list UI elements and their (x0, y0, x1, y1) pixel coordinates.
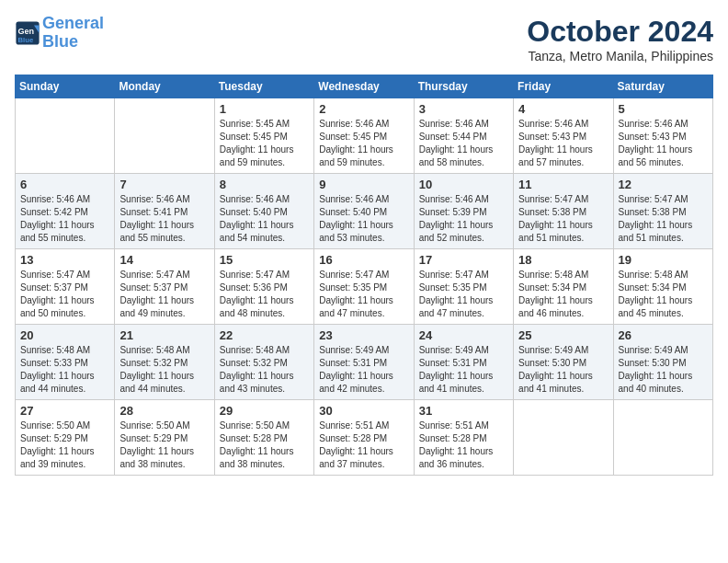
day-info: Sunrise: 5:47 AM Sunset: 5:37 PM Dayligh… (119, 269, 209, 320)
day-info: Sunrise: 5:50 AM Sunset: 5:29 PM Dayligh… (20, 419, 109, 471)
day-cell: 6Sunrise: 5:46 AM Sunset: 5:42 PM Daylig… (16, 174, 115, 249)
day-info: Sunrise: 5:46 AM Sunset: 5:41 PM Dayligh… (119, 193, 209, 245)
day-info: Sunrise: 5:48 AM Sunset: 5:34 PM Dayligh… (619, 269, 708, 320)
day-number: 6 (20, 178, 109, 191)
svg-text:Gen: Gen (18, 27, 35, 36)
logo: Gen Blue General Blue (15, 15, 104, 52)
week-row-2: 6Sunrise: 5:46 AM Sunset: 5:42 PM Daylig… (16, 174, 713, 249)
day-cell: 12Sunrise: 5:47 AM Sunset: 5:38 PM Dayli… (613, 174, 712, 249)
day-cell: 1Sunrise: 5:45 AM Sunset: 5:45 PM Daylig… (214, 98, 313, 174)
day-cell: 15Sunrise: 5:47 AM Sunset: 5:36 PM Dayli… (214, 249, 313, 325)
day-number: 1 (220, 102, 309, 116)
day-cell: 25Sunrise: 5:49 AM Sunset: 5:30 PM Dayli… (514, 325, 613, 400)
month-title: October 2024 (527, 15, 713, 49)
day-cell: 8Sunrise: 5:46 AM Sunset: 5:40 PM Daylig… (214, 174, 313, 249)
logo-line2: Blue (42, 32, 78, 51)
header-saturday: Saturday (613, 75, 712, 98)
day-number: 21 (119, 328, 209, 342)
day-info: Sunrise: 5:48 AM Sunset: 5:33 PM Dayligh… (20, 344, 109, 396)
day-cell: 7Sunrise: 5:46 AM Sunset: 5:41 PM Daylig… (115, 174, 214, 249)
day-cell: 20Sunrise: 5:48 AM Sunset: 5:33 PM Dayli… (16, 325, 115, 400)
header-wednesday: Wednesday (314, 75, 414, 98)
day-number: 26 (619, 328, 708, 342)
day-number: 17 (419, 253, 508, 267)
day-info: Sunrise: 5:47 AM Sunset: 5:38 PM Dayligh… (518, 193, 608, 245)
day-cell: 18Sunrise: 5:48 AM Sunset: 5:34 PM Dayli… (514, 249, 613, 325)
day-info: Sunrise: 5:46 AM Sunset: 5:43 PM Dayligh… (518, 118, 608, 169)
header-friday: Friday (514, 75, 613, 98)
day-info: Sunrise: 5:47 AM Sunset: 5:37 PM Dayligh… (20, 269, 109, 320)
day-number: 22 (220, 328, 309, 342)
week-row-4: 20Sunrise: 5:48 AM Sunset: 5:33 PM Dayli… (16, 325, 713, 400)
day-cell: 9Sunrise: 5:46 AM Sunset: 5:40 PM Daylig… (314, 174, 414, 249)
day-info: Sunrise: 5:49 AM Sunset: 5:31 PM Dayligh… (319, 344, 408, 396)
location-subtitle: Tanza, Metro Manila, Philippines (527, 49, 713, 63)
day-number: 15 (220, 253, 309, 267)
week-row-5: 27Sunrise: 5:50 AM Sunset: 5:29 PM Dayli… (16, 400, 713, 476)
day-info: Sunrise: 5:46 AM Sunset: 5:45 PM Dayligh… (319, 118, 408, 169)
logo-line1: General (42, 14, 104, 32)
day-cell: 27Sunrise: 5:50 AM Sunset: 5:29 PM Dayli… (16, 400, 115, 476)
day-number: 10 (419, 178, 508, 191)
day-number: 31 (419, 404, 508, 418)
day-info: Sunrise: 5:50 AM Sunset: 5:29 PM Dayligh… (119, 419, 209, 471)
day-cell: 21Sunrise: 5:48 AM Sunset: 5:32 PM Dayli… (115, 325, 214, 400)
week-row-3: 13Sunrise: 5:47 AM Sunset: 5:37 PM Dayli… (16, 249, 713, 325)
day-cell: 31Sunrise: 5:51 AM Sunset: 5:28 PM Dayli… (414, 400, 513, 476)
day-cell (115, 98, 214, 174)
day-info: Sunrise: 5:50 AM Sunset: 5:28 PM Dayligh… (220, 419, 309, 471)
day-number: 12 (619, 178, 708, 191)
day-number: 5 (619, 102, 708, 116)
day-number: 13 (20, 253, 109, 267)
svg-text:Blue: Blue (18, 36, 34, 44)
day-cell: 17Sunrise: 5:47 AM Sunset: 5:35 PM Dayli… (414, 249, 513, 325)
day-cell: 2Sunrise: 5:46 AM Sunset: 5:45 PM Daylig… (314, 98, 414, 174)
logo-text: General Blue (42, 15, 104, 52)
page-header: Gen Blue General Blue October 2024 Tanza… (15, 15, 713, 63)
day-info: Sunrise: 5:48 AM Sunset: 5:32 PM Dayligh… (119, 344, 209, 396)
day-number: 30 (319, 404, 408, 418)
day-cell: 24Sunrise: 5:49 AM Sunset: 5:31 PM Dayli… (414, 325, 513, 400)
day-cell: 23Sunrise: 5:49 AM Sunset: 5:31 PM Dayli… (314, 325, 414, 400)
day-cell: 5Sunrise: 5:46 AM Sunset: 5:43 PM Daylig… (613, 98, 712, 174)
day-info: Sunrise: 5:46 AM Sunset: 5:42 PM Dayligh… (20, 193, 109, 245)
header-sunday: Sunday (16, 75, 115, 98)
day-number: 11 (518, 178, 608, 191)
day-cell: 16Sunrise: 5:47 AM Sunset: 5:35 PM Dayli… (314, 249, 414, 325)
day-cell (613, 400, 712, 476)
day-cell (16, 98, 115, 174)
week-row-1: 1Sunrise: 5:45 AM Sunset: 5:45 PM Daylig… (16, 98, 713, 174)
day-info: Sunrise: 5:47 AM Sunset: 5:38 PM Dayligh… (619, 193, 708, 245)
day-info: Sunrise: 5:49 AM Sunset: 5:30 PM Dayligh… (518, 344, 608, 396)
day-cell: 26Sunrise: 5:49 AM Sunset: 5:30 PM Dayli… (613, 325, 712, 400)
logo-icon: Gen Blue (15, 20, 40, 46)
day-cell: 4Sunrise: 5:46 AM Sunset: 5:43 PM Daylig… (514, 98, 613, 174)
day-number: 29 (220, 404, 309, 418)
day-number: 20 (20, 328, 109, 342)
day-cell: 22Sunrise: 5:48 AM Sunset: 5:32 PM Dayli… (214, 325, 313, 400)
day-info: Sunrise: 5:49 AM Sunset: 5:30 PM Dayligh… (619, 344, 708, 396)
day-number: 23 (319, 328, 408, 342)
day-info: Sunrise: 5:46 AM Sunset: 5:40 PM Dayligh… (319, 193, 408, 245)
calendar-table: SundayMondayTuesdayWednesdayThursdayFrid… (15, 75, 713, 476)
day-number: 4 (518, 102, 608, 116)
day-info: Sunrise: 5:48 AM Sunset: 5:34 PM Dayligh… (518, 269, 608, 320)
day-number: 27 (20, 404, 109, 418)
day-cell: 14Sunrise: 5:47 AM Sunset: 5:37 PM Dayli… (115, 249, 214, 325)
day-info: Sunrise: 5:46 AM Sunset: 5:40 PM Dayligh… (220, 193, 309, 245)
day-info: Sunrise: 5:46 AM Sunset: 5:39 PM Dayligh… (419, 193, 508, 245)
calendar-header-row: SundayMondayTuesdayWednesdayThursdayFrid… (16, 75, 713, 98)
day-number: 14 (119, 253, 209, 267)
day-number: 16 (319, 253, 408, 267)
day-number: 3 (419, 102, 508, 116)
day-info: Sunrise: 5:46 AM Sunset: 5:44 PM Dayligh… (419, 118, 508, 169)
day-info: Sunrise: 5:47 AM Sunset: 5:35 PM Dayligh… (319, 269, 408, 320)
day-number: 9 (319, 178, 408, 191)
day-cell: 29Sunrise: 5:50 AM Sunset: 5:28 PM Dayli… (214, 400, 313, 476)
day-info: Sunrise: 5:45 AM Sunset: 5:45 PM Dayligh… (220, 118, 309, 169)
day-cell: 13Sunrise: 5:47 AM Sunset: 5:37 PM Dayli… (16, 249, 115, 325)
day-info: Sunrise: 5:47 AM Sunset: 5:35 PM Dayligh… (419, 269, 508, 320)
day-number: 24 (419, 328, 508, 342)
header-tuesday: Tuesday (214, 75, 313, 98)
day-cell: 3Sunrise: 5:46 AM Sunset: 5:44 PM Daylig… (414, 98, 513, 174)
